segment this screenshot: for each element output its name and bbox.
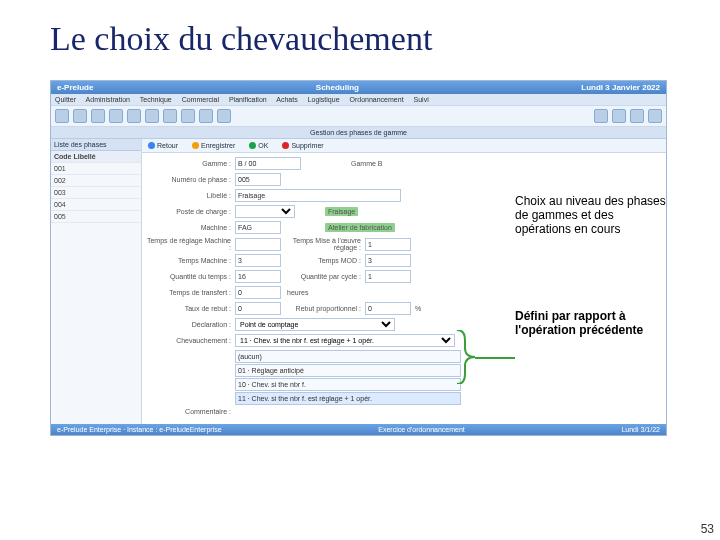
poste-select[interactable] — [235, 205, 295, 218]
statusbar-right: Lundi 3/1/22 — [621, 426, 660, 433]
rebutp-label: Rebut proportionnel : — [291, 305, 365, 312]
decl-select[interactable]: Point de comptage — [235, 318, 395, 331]
tool-icon[interactable] — [630, 109, 644, 123]
chev-option[interactable]: 11 · Chev. si the nbr f. est réglage + 1… — [235, 392, 461, 405]
tool-icon[interactable] — [55, 109, 69, 123]
comment-label: Commentaire : — [146, 408, 235, 415]
titlebar: e-Prelude Scheduling Lundi 3 Janvier 202… — [51, 81, 666, 94]
menu-item[interactable]: Administration — [86, 96, 130, 103]
libelle-input[interactable]: Fraisage — [235, 189, 401, 202]
machine-input[interactable]: FAG — [235, 221, 281, 234]
phase-row[interactable]: 005 — [51, 211, 141, 223]
phase-label: Numéro de phase : — [146, 176, 235, 183]
tool-icon[interactable] — [73, 109, 87, 123]
tool-icon[interactable] — [594, 109, 608, 123]
toolbar — [51, 105, 666, 127]
tool-icon[interactable] — [91, 109, 105, 123]
phase-list-header: Liste des phases — [51, 139, 141, 151]
tt-input[interactable]: 0 — [235, 286, 281, 299]
tm-input[interactable]: 3 — [235, 254, 281, 267]
callout-1: Choix au niveau des phases de gammes et … — [515, 195, 670, 236]
gamme-desc: Gamme B — [351, 160, 383, 167]
tr-machine-input[interactable] — [235, 238, 281, 251]
slide-title: Le choix du chevauchement — [50, 20, 720, 58]
form-pane: Retour Enregistrer OK Supprimer Gamme :B… — [142, 139, 666, 424]
menu-item[interactable]: Logistique — [308, 96, 340, 103]
tt-unit: heures — [287, 289, 308, 296]
rebut-input[interactable]: 0 — [235, 302, 281, 315]
phase-row[interactable]: 004 — [51, 199, 141, 211]
workspace: Liste des phases Code Libellé 001 002 00… — [51, 139, 666, 424]
tool-icon[interactable] — [109, 109, 123, 123]
phase-list-cols: Code Libellé — [51, 151, 141, 163]
poste-label: Poste de charge : — [146, 208, 235, 215]
tool-icon[interactable] — [217, 109, 231, 123]
phase-input[interactable]: 005 — [235, 173, 281, 186]
tool-icon[interactable] — [163, 109, 177, 123]
statusbar-center: Exercice d'ordonnancement — [378, 426, 465, 433]
phase-row[interactable]: 001 — [51, 163, 141, 175]
menu-item[interactable]: Quitter — [55, 96, 76, 103]
rebutp-unit: % — [415, 305, 421, 312]
phase-list: Liste des phases Code Libellé 001 002 00… — [51, 139, 142, 424]
qte-label: Quantité du temps : — [146, 273, 235, 280]
tm-label: Temps Machine : — [146, 257, 235, 264]
back-button[interactable]: Retour — [148, 142, 178, 149]
machine-label: Machine : — [146, 224, 235, 231]
machine-desc: Atelier de fabrication — [325, 223, 395, 232]
menu-item[interactable]: Technique — [140, 96, 172, 103]
tmod-label: Temps MOD : — [291, 257, 365, 264]
chev-option[interactable]: 10 · Chev. si the nbr f. — [235, 378, 461, 391]
slide-number: 53 — [701, 522, 714, 536]
phase-row[interactable]: 003 — [51, 187, 141, 199]
libelle-label: Libellé : — [146, 192, 235, 199]
titlebar-center: Scheduling — [316, 83, 359, 92]
menu-item[interactable]: Commercial — [182, 96, 219, 103]
chev-option[interactable]: 01 · Réglage anticipé — [235, 364, 461, 377]
rebut-label: Taux de rebut : — [146, 305, 235, 312]
app-window: e-Prelude Scheduling Lundi 3 Janvier 202… — [50, 80, 667, 436]
chev-label: Chevauchement : — [146, 337, 235, 344]
tool-icon[interactable] — [199, 109, 213, 123]
save-button[interactable]: Enregistrer — [192, 142, 235, 149]
gamme-input[interactable]: B / 00 — [235, 157, 301, 170]
menubar: Quitter Administration Technique Commerc… — [51, 94, 666, 105]
tool-icon[interactable] — [127, 109, 141, 123]
tool-icon[interactable] — [612, 109, 626, 123]
decl-label: Déclaration : — [146, 321, 235, 328]
qtecycle-input[interactable]: 1 — [365, 270, 411, 283]
menu-item[interactable]: Achats — [276, 96, 297, 103]
titlebar-right: Lundi 3 Janvier 2022 — [581, 83, 660, 92]
gamme-label: Gamme : — [146, 160, 235, 167]
arrow-icon — [475, 355, 515, 361]
section-title: Gestion des phases de gamme — [51, 127, 666, 139]
chev-option[interactable]: (aucun) — [235, 350, 461, 363]
menu-item[interactable]: Suivi — [414, 96, 429, 103]
phase-row[interactable]: 002 — [51, 175, 141, 187]
qte-input[interactable]: 16 — [235, 270, 281, 283]
titlebar-left: e-Prelude — [57, 83, 93, 92]
tr-mo-label: Temps Mise à l'œuvre réglage : — [291, 237, 365, 251]
ok-button[interactable]: OK — [249, 142, 268, 149]
delete-button[interactable]: Supprimer — [282, 142, 323, 149]
poste-desc: Fraisage — [325, 207, 358, 216]
tr-machine-label: Temps de réglage Machine : — [146, 237, 235, 251]
callout-2: Défini par rapport à l'opération précéde… — [515, 310, 670, 338]
menu-item[interactable]: Planification — [229, 96, 267, 103]
tmod-input[interactable]: 3 — [365, 254, 411, 267]
rebutp-input[interactable]: 0 — [365, 302, 411, 315]
tt-label: Temps de transfert : — [146, 289, 235, 296]
tool-icon[interactable] — [181, 109, 195, 123]
qtecycle-label: Quantité par cycle : — [291, 273, 365, 280]
statusbar: e-Prelude Enterprise · Instance : e-Prel… — [51, 424, 666, 435]
tool-icon[interactable] — [648, 109, 662, 123]
tool-icon[interactable] — [145, 109, 159, 123]
tr-mo-input[interactable]: 1 — [365, 238, 411, 251]
statusbar-left: e-Prelude Enterprise · Instance : e-Prel… — [57, 426, 222, 433]
menu-item[interactable]: Ordonnancement — [349, 96, 403, 103]
button-row: Retour Enregistrer OK Supprimer — [142, 139, 666, 153]
chev-select[interactable]: 11 · Chev. si the nbr f. est réglage + 1… — [235, 334, 455, 347]
